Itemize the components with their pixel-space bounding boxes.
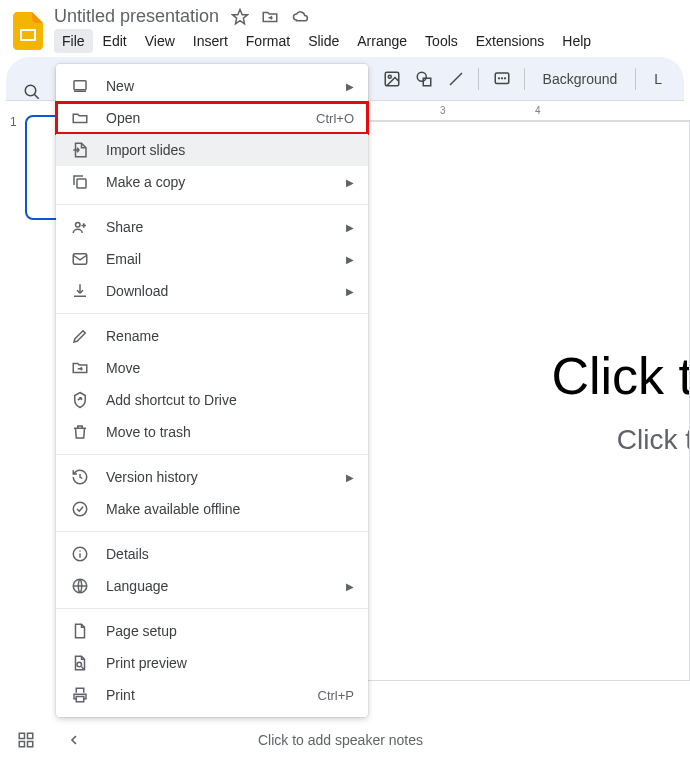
submenu-arrow-icon: ▶ — [346, 222, 354, 233]
menu-item-make-available-offline[interactable]: Make available offline — [56, 493, 368, 525]
menu-item-email[interactable]: Email▶ — [56, 243, 368, 275]
background-button[interactable]: Background — [533, 71, 628, 87]
svg-point-6 — [388, 75, 391, 78]
submenu-arrow-icon: ▶ — [346, 81, 354, 92]
svg-point-22 — [25, 85, 36, 96]
menu-item-version-history[interactable]: Version history▶ — [56, 461, 368, 493]
menu-insert[interactable]: Insert — [185, 29, 236, 53]
menu-label: Language — [106, 578, 330, 594]
menu-tools[interactable]: Tools — [417, 29, 466, 53]
menu-edit[interactable]: Edit — [95, 29, 135, 53]
menu-item-move[interactable]: Move — [56, 352, 368, 384]
menu-item-print[interactable]: PrintCtrl+P — [56, 679, 368, 711]
menu-item-open[interactable]: OpenCtrl+O — [56, 102, 368, 134]
submenu-arrow-icon: ▶ — [346, 177, 354, 188]
svg-rect-8 — [423, 78, 431, 86]
submenu-arrow-icon: ▶ — [346, 254, 354, 265]
comment-tool-icon[interactable] — [487, 63, 515, 95]
import-icon — [70, 140, 90, 160]
slides-logo[interactable] — [10, 13, 46, 49]
star-icon[interactable] — [231, 8, 249, 26]
menu-label: Make available offline — [106, 501, 354, 517]
new-icon — [70, 76, 90, 96]
cloud-status-icon[interactable] — [291, 8, 311, 26]
menu-divider — [56, 608, 368, 609]
menu-label: Version history — [106, 469, 330, 485]
menu-arrange[interactable]: Arrange — [349, 29, 415, 53]
menu-item-make-a-copy[interactable]: Make a copy▶ — [56, 166, 368, 198]
svg-rect-1 — [22, 31, 34, 39]
svg-rect-11 — [28, 733, 33, 738]
menu-divider — [56, 531, 368, 532]
open-icon — [70, 108, 90, 128]
svg-rect-10 — [19, 733, 24, 738]
menu-item-rename[interactable]: Rename — [56, 320, 368, 352]
ruler-tick: 3 — [440, 105, 446, 116]
menu-label: Make a copy — [106, 174, 330, 190]
submenu-arrow-icon: ▶ — [346, 472, 354, 483]
svg-rect-12 — [19, 742, 24, 747]
svg-point-21 — [77, 662, 82, 667]
toolbar-separator — [478, 68, 479, 90]
menu-item-import-slides[interactable]: Import slides — [56, 134, 368, 166]
shape-tool-icon[interactable] — [410, 63, 438, 95]
menu-label: Move — [106, 360, 354, 376]
offline-icon — [70, 499, 90, 519]
shortcut-icon — [70, 390, 90, 410]
menu-item-new[interactable]: New▶ — [56, 70, 368, 102]
pagesetup-icon — [70, 621, 90, 641]
preview-icon — [70, 653, 90, 673]
email-icon — [70, 249, 90, 269]
menu-item-page-setup[interactable]: Page setup — [56, 615, 368, 647]
line-tool-icon[interactable] — [442, 63, 470, 95]
menu-item-details[interactable]: Details — [56, 538, 368, 570]
history-icon — [70, 467, 90, 487]
ruler-tick: 4 — [535, 105, 541, 116]
menu-view[interactable]: View — [137, 29, 183, 53]
menu-label: Rename — [106, 328, 354, 344]
copy-icon — [70, 172, 90, 192]
speaker-notes-placeholder[interactable]: Click to add speaker notes — [258, 732, 678, 748]
download-icon — [70, 281, 90, 301]
svg-rect-15 — [77, 179, 86, 188]
menu-label: Print — [106, 687, 302, 703]
language-icon — [70, 576, 90, 596]
menu-item-download[interactable]: Download▶ — [56, 275, 368, 307]
search-button[interactable] — [16, 76, 48, 108]
menu-shortcut: Ctrl+O — [316, 111, 354, 126]
menu-label: Import slides — [106, 142, 354, 158]
menu-item-print-preview[interactable]: Print preview — [56, 647, 368, 679]
prev-slide-icon[interactable] — [60, 726, 88, 754]
menu-item-move-to-trash[interactable]: Move to trash — [56, 416, 368, 448]
menu-item-language[interactable]: Language▶ — [56, 570, 368, 602]
trash-icon — [70, 422, 90, 442]
menu-label: Open — [106, 110, 300, 126]
menu-item-share[interactable]: Share▶ — [56, 211, 368, 243]
menu-label: Share — [106, 219, 330, 235]
menu-help[interactable]: Help — [554, 29, 599, 53]
svg-point-18 — [73, 502, 87, 516]
menu-divider — [56, 454, 368, 455]
doc-title[interactable]: Untitled presentation — [54, 6, 219, 27]
slide-number: 1 — [10, 115, 17, 129]
file-menu-dropdown: New▶OpenCtrl+OImport slidesMake a copy▶S… — [56, 64, 368, 717]
toolbar-separator — [524, 68, 525, 90]
image-tool-icon[interactable] — [377, 63, 405, 95]
slide-subtitle-placeholder[interactable]: Click t — [617, 424, 690, 456]
print-icon — [70, 685, 90, 705]
menu-item-add-shortcut-to-drive[interactable]: Add shortcut to Drive — [56, 384, 368, 416]
menu-label: Page setup — [106, 623, 354, 639]
layout-button[interactable]: L — [644, 71, 672, 87]
menu-extensions[interactable]: Extensions — [468, 29, 552, 53]
details-icon — [70, 544, 90, 564]
svg-rect-13 — [28, 742, 33, 747]
grid-view-icon[interactable] — [12, 726, 40, 754]
menu-file[interactable]: File — [54, 29, 93, 53]
toolbar-separator — [635, 68, 636, 90]
svg-rect-14 — [74, 81, 86, 90]
menu-format[interactable]: Format — [238, 29, 298, 53]
menu-label: Print preview — [106, 655, 354, 671]
menu-slide[interactable]: Slide — [300, 29, 347, 53]
move-folder-icon[interactable] — [261, 8, 279, 26]
slide-title-placeholder[interactable]: Click t — [551, 346, 690, 406]
